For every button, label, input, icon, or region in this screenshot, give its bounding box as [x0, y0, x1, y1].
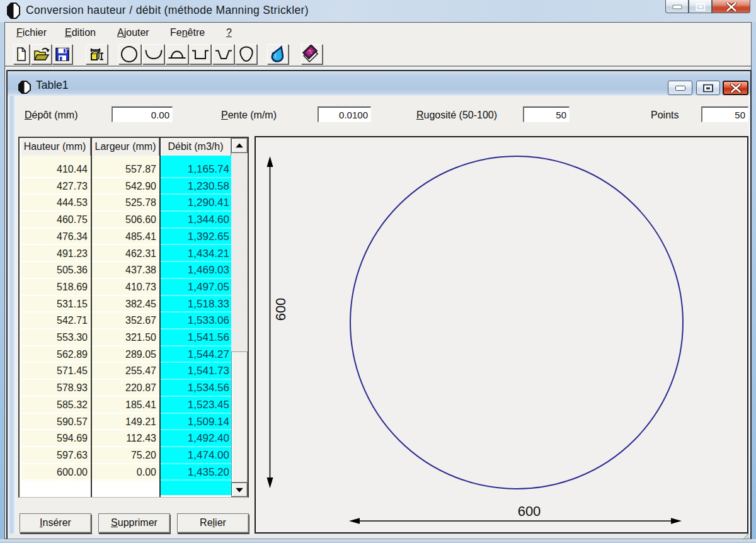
- svg-text:600: 600: [273, 298, 289, 321]
- svg-text:600: 600: [518, 503, 541, 519]
